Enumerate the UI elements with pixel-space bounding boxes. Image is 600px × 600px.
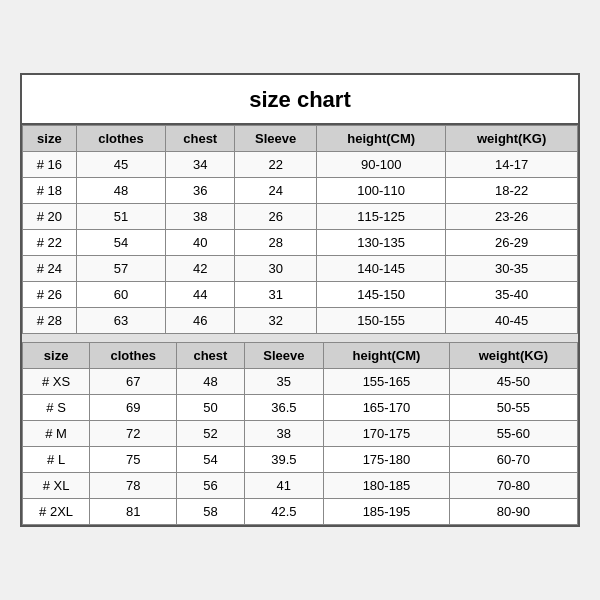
table-cell: 35	[244, 369, 324, 395]
table-cell: 81	[90, 499, 177, 525]
table-cell: 180-185	[324, 473, 450, 499]
table-cell: 40-45	[446, 308, 578, 334]
table-cell: # 26	[23, 282, 77, 308]
table-cell: 45-50	[449, 369, 577, 395]
table-cell: # L	[23, 447, 90, 473]
table-cell: 26-29	[446, 230, 578, 256]
col-header-clothes: clothes	[76, 126, 166, 152]
table-cell: 69	[90, 395, 177, 421]
table-cell: # S	[23, 395, 90, 421]
table-cell: # 22	[23, 230, 77, 256]
table-cell: 26	[235, 204, 317, 230]
table-cell: 48	[177, 369, 244, 395]
chart-container: size chart size clothes chest Sleeve hei…	[20, 73, 580, 527]
table-row: # 2XL815842.5185-19580-90	[23, 499, 578, 525]
table-cell: 150-155	[317, 308, 446, 334]
col-header-sleeve: Sleeve	[235, 126, 317, 152]
table-cell: 67	[90, 369, 177, 395]
table-cell: 35-40	[446, 282, 578, 308]
table-cell: 45	[76, 152, 166, 178]
table-cell: 38	[166, 204, 235, 230]
table-cell: 51	[76, 204, 166, 230]
col-header-chest: chest	[166, 126, 235, 152]
table-cell: 57	[76, 256, 166, 282]
size-table-2: size clothes chest Sleeve height(CM) wei…	[22, 342, 578, 525]
table-cell: 32	[235, 308, 317, 334]
table-cell: # 20	[23, 204, 77, 230]
col2-header-sleeve: Sleeve	[244, 343, 324, 369]
table-cell: 100-110	[317, 178, 446, 204]
table-cell: # 28	[23, 308, 77, 334]
col2-header-height: height(CM)	[324, 343, 450, 369]
table-cell: 55-60	[449, 421, 577, 447]
col-header-height: height(CM)	[317, 126, 446, 152]
col2-header-chest: chest	[177, 343, 244, 369]
table-cell: 22	[235, 152, 317, 178]
table-cell: 170-175	[324, 421, 450, 447]
table-cell: 140-145	[317, 256, 446, 282]
table-cell: # 18	[23, 178, 77, 204]
table-row: # XS674835155-16545-50	[23, 369, 578, 395]
table1-body: # 1645342290-10014-17# 18483624100-11018…	[23, 152, 578, 334]
table-cell: # XL	[23, 473, 90, 499]
table-cell: 60	[76, 282, 166, 308]
table-row: # 20513826115-12523-26	[23, 204, 578, 230]
table-cell: 42	[166, 256, 235, 282]
table-row: # 22544028130-13526-29	[23, 230, 578, 256]
table-row: # 1645342290-10014-17	[23, 152, 578, 178]
table-row: # L755439.5175-18060-70	[23, 447, 578, 473]
table-cell: 58	[177, 499, 244, 525]
table-row: # M725238170-17555-60	[23, 421, 578, 447]
table-cell: 41	[244, 473, 324, 499]
table-cell: 165-170	[324, 395, 450, 421]
table-cell: 14-17	[446, 152, 578, 178]
table-cell: 39.5	[244, 447, 324, 473]
size-table-1: size clothes chest Sleeve height(CM) wei…	[22, 125, 578, 334]
table1-header: size clothes chest Sleeve height(CM) wei…	[23, 126, 578, 152]
table-cell: 34	[166, 152, 235, 178]
table-cell: 38	[244, 421, 324, 447]
table-cell: 130-135	[317, 230, 446, 256]
table-cell: 46	[166, 308, 235, 334]
table-cell: 42.5	[244, 499, 324, 525]
table-cell: 155-165	[324, 369, 450, 395]
table-row: # XL785641180-18570-80	[23, 473, 578, 499]
col-header-size: size	[23, 126, 77, 152]
table-cell: # 24	[23, 256, 77, 282]
table-cell: 60-70	[449, 447, 577, 473]
table-cell: 40	[166, 230, 235, 256]
table-cell: 28	[235, 230, 317, 256]
table-cell: 63	[76, 308, 166, 334]
section-gap	[22, 334, 578, 342]
table-cell: # 16	[23, 152, 77, 178]
table-cell: 30-35	[446, 256, 578, 282]
table-cell: 50-55	[449, 395, 577, 421]
col2-header-clothes: clothes	[90, 343, 177, 369]
table-cell: 78	[90, 473, 177, 499]
table-cell: 44	[166, 282, 235, 308]
table-cell: 115-125	[317, 204, 446, 230]
table-cell: 75	[90, 447, 177, 473]
table-cell: 56	[177, 473, 244, 499]
table-cell: 70-80	[449, 473, 577, 499]
table2-header: size clothes chest Sleeve height(CM) wei…	[23, 343, 578, 369]
table-cell: 30	[235, 256, 317, 282]
table-cell: # M	[23, 421, 90, 447]
table-cell: 72	[90, 421, 177, 447]
table-cell: 36	[166, 178, 235, 204]
chart-title: size chart	[22, 75, 578, 125]
table-cell: 24	[235, 178, 317, 204]
table-cell: 80-90	[449, 499, 577, 525]
table-cell: # XS	[23, 369, 90, 395]
table-row: # 28634632150-15540-45	[23, 308, 578, 334]
table2-body: # XS674835155-16545-50# S695036.5165-170…	[23, 369, 578, 525]
table-row: # S695036.5165-17050-55	[23, 395, 578, 421]
table-row: # 18483624100-11018-22	[23, 178, 578, 204]
table-cell: 48	[76, 178, 166, 204]
table-cell: 145-150	[317, 282, 446, 308]
table-row: # 26604431145-15035-40	[23, 282, 578, 308]
table-cell: 31	[235, 282, 317, 308]
col2-header-size: size	[23, 343, 90, 369]
table-cell: 23-26	[446, 204, 578, 230]
table-cell: 54	[177, 447, 244, 473]
